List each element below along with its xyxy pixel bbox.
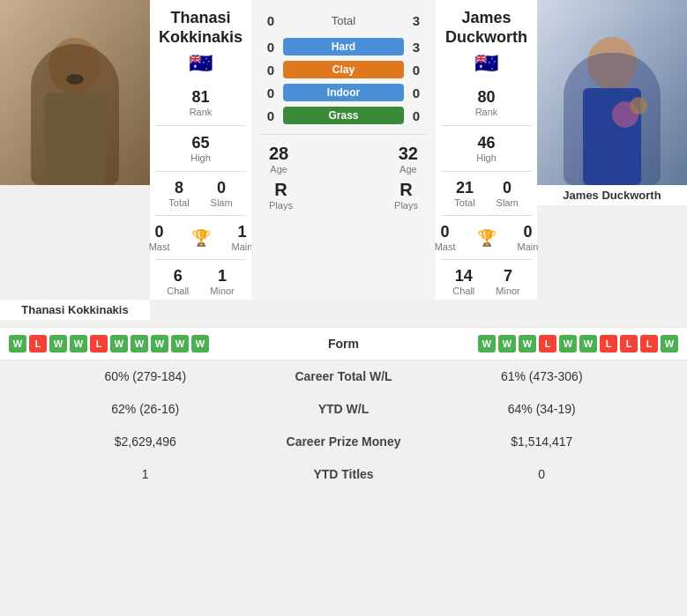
form-badge-w: W [151,335,168,353]
right-total: 21 Total [454,179,474,208]
left-grass-score: 0 [262,108,280,123]
right-player-header: James Duckworth 🇦🇺 [445,9,527,84]
form-row: WLWWLWWWWW Form WWWLWWLLLW [0,327,687,360]
divider7 [441,215,533,216]
stats-center-2: Career Prize Money [273,434,414,449]
total-label: Total [283,11,404,30]
right-grass-score: 0 [407,108,425,123]
form-badge-w: W [191,335,209,353]
form-badge-w: W [559,335,577,353]
stats-left-2: $2,629,496 [18,434,273,449]
left-player-stats: Thanasi Kokkinakis 🇦🇺 81 Rank 65 High 8 … [150,0,251,300]
left-high: 65 High [190,134,211,163]
form-badge-l: L [620,335,638,353]
left-player-name: Thanasi Kokkinakis [159,9,243,47]
form-badge-l: L [539,335,556,353]
form-badge-w: W [171,335,189,353]
divider2 [155,171,247,172]
left-indoor-score: 0 [262,85,280,100]
left-player-photo [0,0,150,185]
form-badge-w: W [519,335,536,353]
form-badge-w: W [478,335,496,353]
center-scores: 0 Total 3 0 Hard 3 0 Clay 0 0 Indoor 0 0 [251,0,436,300]
left-clay-score: 0 [262,63,280,78]
right-total-slam: 21 Total 0 Slam [454,179,518,208]
right-minor: 7 Minor [496,267,520,296]
stats-right-3: 0 [414,467,670,481]
left-mast: 0 Mast [149,223,170,252]
svg-rect-4 [537,0,687,185]
right-trophy-icon: 🏆 [477,228,497,248]
right-player-name: James Duckworth [445,9,527,47]
form-badge-l: L [600,335,617,353]
svg-rect-2 [44,93,106,185]
form-badge-w: W [579,335,597,353]
stats-row-3: 1YTD Titles0 [0,458,687,490]
left-form-badges: WLWWLWWWWW [9,335,291,353]
grass-badge: Grass [283,107,404,124]
form-badge-w: W [9,335,26,353]
stats-right-2: $1,514,417 [414,434,670,449]
right-high: 46 High [476,134,497,163]
right-indoor-score: 0 [407,85,425,100]
right-age-center: 32Age [399,144,418,174]
right-slam: 0 Slam [497,179,519,208]
svg-point-7 [612,101,638,128]
form-badge-w: W [661,335,678,353]
left-plays-center: RPlays [269,180,293,211]
left-total-slam: 8 Total 0 Slam [168,179,232,208]
right-chall-minor: 14 Chall 7 Minor [452,267,520,296]
indoor-badge: Indoor [283,84,404,101]
left-age-center: 28Age [269,144,288,174]
main-container: Thanasi Kokkinakis 🇦🇺 81 Rank 65 High 8 … [0,0,687,490]
left-rank: 81 Rank [190,88,213,117]
divider8 [441,259,533,260]
stats-center-0: Career Total W/L [273,369,414,383]
form-badge-l: L [90,335,108,353]
svg-point-1 [49,38,101,94]
left-total: 8 Total [168,179,189,208]
left-minor: 1 Minor [210,267,235,296]
right-clay-score: 0 [407,63,425,78]
stats-right-1: 64% (34-19) [414,402,670,416]
svg-rect-0 [0,0,150,185]
svg-point-5 [587,37,637,90]
left-flag: 🇦🇺 [159,52,243,75]
plays-row: RPlaysRPlays [262,180,425,211]
indoor-row: 0 Indoor 0 [262,84,425,101]
stats-row-1: 62% (26-16)YTD W/L64% (34-19) [0,393,687,426]
right-player-photo-col: James Duckworth [537,0,687,300]
svg-point-8 [630,97,647,115]
svg-rect-6 [583,88,641,185]
right-player-photo [537,0,687,185]
right-mast-main: 0 Mast 🏆 0 Main [435,223,539,252]
form-badge-w: W [110,335,128,353]
right-total-score: 3 [407,13,425,28]
stats-left-1: 62% (26-16) [18,402,273,416]
divider3 [155,215,247,216]
hard-badge: Hard [283,38,404,56]
stats-table: 60% (279-184)Career Total W/L61% (473-30… [0,360,687,490]
spacer-right [537,300,687,320]
left-chall-minor: 6 Chall 1 Minor [167,267,235,296]
age-plays-row: 28Age32Age [262,144,425,174]
right-form-badges: WWWLWWLLLW [397,335,679,353]
hard-row: 0 Hard 3 [262,38,425,56]
left-slam: 0 Slam [211,179,233,208]
divider1 [155,125,247,126]
form-badge-l: L [640,335,658,353]
divider6 [441,171,533,172]
form-badge-w: W [498,335,516,353]
left-main: 1 Main [232,223,253,252]
stats-row-2: $2,629,496Career Prize Money$1,514,417 [0,426,687,458]
right-plays-center: RPlays [394,180,418,211]
left-player-photo-col [0,0,150,300]
form-badge-w: W [70,335,87,353]
right-mast: 0 Mast [435,223,456,252]
left-hard-score: 0 [262,40,280,55]
left-player-name-under: Thanasi Kokkinakis [0,300,150,320]
form-badge-l: L [29,335,47,353]
svg-point-3 [66,74,84,85]
divider4 [155,259,247,260]
clay-badge: Clay [283,61,404,78]
